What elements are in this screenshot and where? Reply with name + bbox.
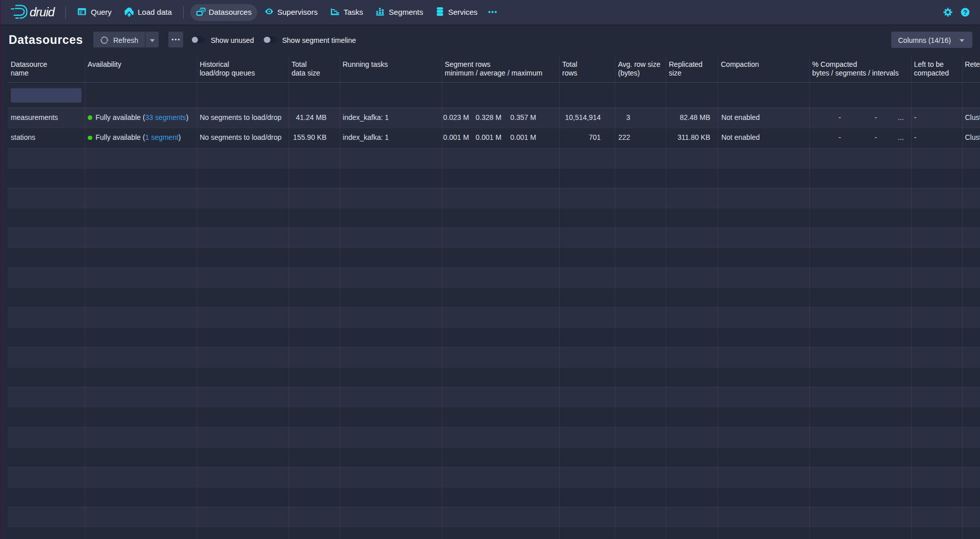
svg-text:?: ? [963, 9, 967, 16]
